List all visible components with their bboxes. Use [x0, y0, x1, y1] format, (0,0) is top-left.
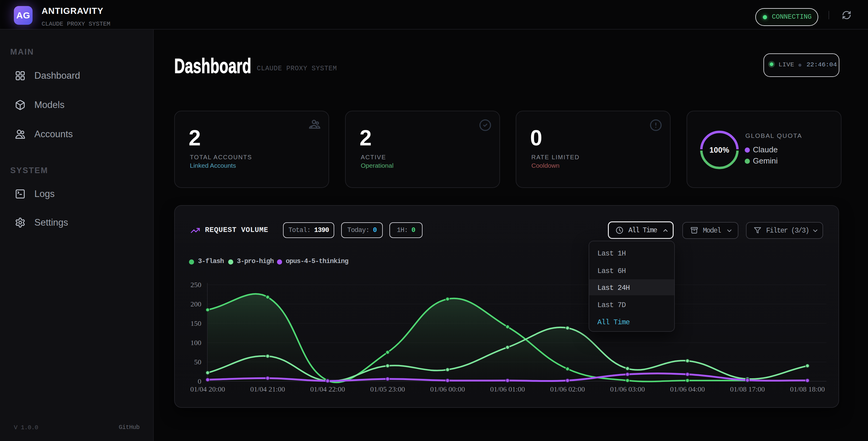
svg-text:01/04 22:00: 01/04 22:00 — [310, 385, 345, 393]
svg-text:01/08 18:00: 01/08 18:00 — [790, 385, 825, 393]
svg-text:01/05 23:00: 01/05 23:00 — [370, 385, 405, 393]
svg-text:0: 0 — [198, 377, 201, 385]
svg-text:01/04 21:00: 01/04 21:00 — [250, 385, 285, 393]
svg-text:01/06 02:00: 01/06 02:00 — [550, 385, 585, 393]
svg-text:200: 200 — [190, 300, 201, 308]
svg-text:01/06 03:00: 01/06 03:00 — [610, 385, 645, 393]
svg-text:01/06 04:00: 01/06 04:00 — [670, 385, 705, 393]
svg-text:01/06 00:00: 01/06 00:00 — [430, 385, 465, 393]
svg-text:50: 50 — [194, 358, 201, 366]
svg-text:01/06 01:00: 01/06 01:00 — [490, 385, 525, 393]
svg-text:01/08 17:00: 01/08 17:00 — [730, 385, 765, 393]
svg-text:250: 250 — [190, 281, 201, 289]
svg-text:150: 150 — [190, 319, 201, 327]
svg-text:100: 100 — [190, 339, 201, 347]
svg-text:01/04 20:00: 01/04 20:00 — [190, 385, 225, 393]
